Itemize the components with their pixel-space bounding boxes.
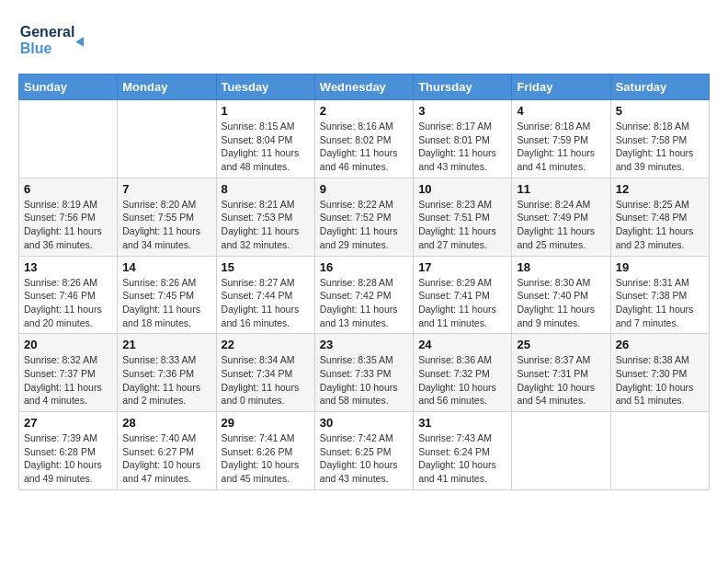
calendar-cell: 15Sunrise: 8:27 AM Sunset: 7:44 PM Dayli… [216,256,314,334]
day-number: 27 [24,416,112,430]
calendar-cell: 5Sunrise: 8:18 AM Sunset: 7:58 PM Daylig… [610,100,709,178]
calendar-cell: 17Sunrise: 8:29 AM Sunset: 7:41 PM Dayli… [414,256,512,334]
day-number: 16 [320,260,408,274]
day-info: Sunrise: 8:23 AM Sunset: 7:51 PM Dayligh… [418,198,506,252]
weekday-header-cell: Monday [118,75,216,100]
calendar-cell: 21Sunrise: 8:33 AM Sunset: 7:36 PM Dayli… [118,334,216,412]
calendar-week-row: 27Sunrise: 7:39 AM Sunset: 6:28 PM Dayli… [19,412,710,490]
logo: General Blue [18,18,92,64]
day-info: Sunrise: 7:39 AM Sunset: 6:28 PM Dayligh… [24,431,112,486]
calendar-cell: 16Sunrise: 8:28 AM Sunset: 7:42 PM Dayli… [314,256,413,334]
day-info: Sunrise: 8:27 AM Sunset: 7:44 PM Dayligh… [222,276,310,330]
day-number: 10 [418,182,506,196]
day-info: Sunrise: 8:30 AM Sunset: 7:40 PM Dayligh… [517,276,605,330]
day-info: Sunrise: 8:26 AM Sunset: 7:46 PM Dayligh… [24,276,112,330]
day-number: 21 [122,338,210,351]
calendar-cell: 27Sunrise: 7:39 AM Sunset: 6:28 PM Dayli… [19,412,118,490]
day-info: Sunrise: 8:35 AM Sunset: 7:33 PM Dayligh… [320,353,408,408]
calendar-cell [19,100,118,178]
calendar-cell: 8Sunrise: 8:21 AM Sunset: 7:53 PM Daylig… [216,178,314,256]
day-info: Sunrise: 8:31 AM Sunset: 7:38 PM Dayligh… [616,276,704,330]
day-number: 26 [616,338,704,351]
logo-svg: General Blue [18,18,92,64]
day-number: 1 [222,104,310,118]
day-number: 22 [222,338,310,351]
day-number: 17 [418,260,506,274]
calendar-cell: 28Sunrise: 7:40 AM Sunset: 6:27 PM Dayli… [118,412,216,490]
day-number: 2 [320,104,408,118]
calendar-cell: 22Sunrise: 8:34 AM Sunset: 7:34 PM Dayli… [216,334,314,412]
day-number: 12 [616,182,704,196]
day-info: Sunrise: 8:38 AM Sunset: 7:30 PM Dayligh… [616,353,704,408]
calendar-cell: 13Sunrise: 8:26 AM Sunset: 7:46 PM Dayli… [19,256,118,334]
day-info: Sunrise: 8:18 AM Sunset: 7:59 PM Dayligh… [517,120,605,174]
day-number: 19 [616,260,704,274]
day-info: Sunrise: 8:18 AM Sunset: 7:58 PM Dayligh… [616,120,704,174]
svg-marker-2 [75,37,84,47]
day-info: Sunrise: 8:29 AM Sunset: 7:41 PM Dayligh… [418,276,506,330]
calendar-week-row: 13Sunrise: 8:26 AM Sunset: 7:46 PM Dayli… [19,256,710,334]
calendar-cell: 7Sunrise: 8:20 AM Sunset: 7:55 PM Daylig… [118,178,216,256]
calendar-table: SundayMondayTuesdayWednesdayThursdayFrid… [18,74,710,490]
day-info: Sunrise: 7:41 AM Sunset: 6:26 PM Dayligh… [222,431,310,486]
day-info: Sunrise: 7:40 AM Sunset: 6:27 PM Dayligh… [122,431,210,486]
day-info: Sunrise: 7:42 AM Sunset: 6:25 PM Dayligh… [320,431,408,486]
day-number: 30 [320,416,408,430]
calendar-cell: 30Sunrise: 7:42 AM Sunset: 6:25 PM Dayli… [314,412,413,490]
day-number: 25 [517,338,605,351]
day-number: 3 [418,104,506,118]
calendar-cell: 6Sunrise: 8:19 AM Sunset: 7:56 PM Daylig… [19,178,118,256]
calendar-week-row: 1Sunrise: 8:15 AM Sunset: 8:04 PM Daylig… [19,100,710,178]
calendar-cell [512,412,610,490]
calendar-cell: 14Sunrise: 8:26 AM Sunset: 7:45 PM Dayli… [118,256,216,334]
svg-text:Blue: Blue [20,40,52,56]
weekday-header-cell: Wednesday [314,75,413,100]
calendar-cell: 25Sunrise: 8:37 AM Sunset: 7:31 PM Dayli… [512,334,610,412]
day-info: Sunrise: 8:34 AM Sunset: 7:34 PM Dayligh… [222,353,310,408]
day-info: Sunrise: 8:20 AM Sunset: 7:55 PM Dayligh… [122,198,210,252]
day-number: 23 [320,338,408,351]
calendar-cell: 26Sunrise: 8:38 AM Sunset: 7:30 PM Dayli… [610,334,709,412]
calendar-cell: 9Sunrise: 8:22 AM Sunset: 7:52 PM Daylig… [314,178,413,256]
calendar-cell [118,100,216,178]
calendar-cell: 29Sunrise: 7:41 AM Sunset: 6:26 PM Dayli… [216,412,314,490]
day-number: 5 [616,104,704,118]
day-info: Sunrise: 8:22 AM Sunset: 7:52 PM Dayligh… [320,198,408,252]
calendar-body: 1Sunrise: 8:15 AM Sunset: 8:04 PM Daylig… [19,100,710,490]
day-number: 7 [122,182,210,196]
calendar-cell: 24Sunrise: 8:36 AM Sunset: 7:32 PM Dayli… [414,334,512,412]
calendar-cell: 31Sunrise: 7:43 AM Sunset: 6:24 PM Dayli… [414,412,512,490]
page-header: General Blue [18,18,710,64]
day-number: 18 [517,260,605,274]
day-info: Sunrise: 8:19 AM Sunset: 7:56 PM Dayligh… [24,198,112,252]
day-number: 4 [517,104,605,118]
calendar-cell: 11Sunrise: 8:24 AM Sunset: 7:49 PM Dayli… [512,178,610,256]
day-number: 31 [418,416,506,430]
calendar-cell: 10Sunrise: 8:23 AM Sunset: 7:51 PM Dayli… [414,178,512,256]
day-number: 9 [320,182,408,196]
day-number: 24 [418,338,506,351]
day-number: 28 [122,416,210,430]
calendar-cell: 18Sunrise: 8:30 AM Sunset: 7:40 PM Dayli… [512,256,610,334]
weekday-header-cell: Sunday [19,75,118,100]
calendar-cell: 23Sunrise: 8:35 AM Sunset: 7:33 PM Dayli… [314,334,413,412]
day-number: 13 [24,260,112,274]
day-number: 20 [24,338,112,351]
day-info: Sunrise: 8:36 AM Sunset: 7:32 PM Dayligh… [418,353,506,408]
calendar-cell: 12Sunrise: 8:25 AM Sunset: 7:48 PM Dayli… [610,178,709,256]
day-info: Sunrise: 8:28 AM Sunset: 7:42 PM Dayligh… [320,276,408,330]
day-info: Sunrise: 8:33 AM Sunset: 7:36 PM Dayligh… [122,353,210,408]
calendar-cell: 3Sunrise: 8:17 AM Sunset: 8:01 PM Daylig… [414,100,512,178]
day-info: Sunrise: 8:26 AM Sunset: 7:45 PM Dayligh… [122,276,210,330]
svg-text:General: General [20,24,75,40]
day-number: 8 [222,182,310,196]
day-number: 6 [24,182,112,196]
day-info: Sunrise: 8:37 AM Sunset: 7:31 PM Dayligh… [517,353,605,408]
calendar-cell [610,412,709,490]
day-info: Sunrise: 8:25 AM Sunset: 7:48 PM Dayligh… [616,198,704,252]
calendar-cell: 20Sunrise: 8:32 AM Sunset: 7:37 PM Dayli… [19,334,118,412]
day-number: 15 [222,260,310,274]
calendar-cell: 19Sunrise: 8:31 AM Sunset: 7:38 PM Dayli… [610,256,709,334]
day-number: 29 [222,416,310,430]
day-number: 14 [122,260,210,274]
